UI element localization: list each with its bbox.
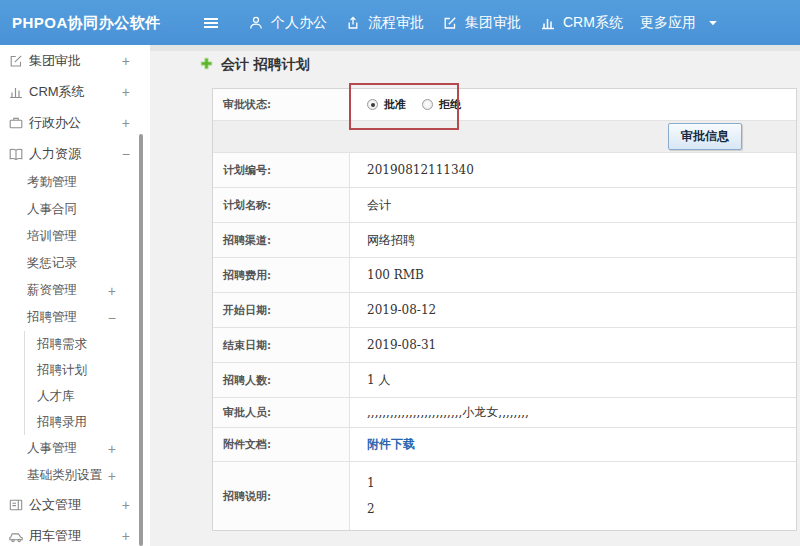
sidebar-item-label: 基础类别设置 bbox=[27, 467, 102, 484]
edit-square-icon bbox=[8, 53, 24, 69]
radio-reject[interactable] bbox=[422, 99, 433, 110]
radio-approve-label: 批准 bbox=[384, 97, 406, 112]
sidebar-item-admin-office[interactable]: 行政办公 + bbox=[0, 107, 150, 138]
expand-icon[interactable]: + bbox=[122, 529, 130, 543]
nav-crm-system[interactable]: CRM系统 bbox=[540, 0, 623, 45]
briefcase-icon bbox=[8, 115, 24, 131]
app-title: PHPOA协同办公软件 bbox=[12, 0, 161, 45]
sidebar-item-label: 用车管理 bbox=[29, 527, 81, 545]
sidebar-item-label: 人才库 bbox=[37, 388, 75, 405]
edit-square-icon bbox=[442, 15, 458, 31]
field-label: 招聘费用: bbox=[213, 258, 350, 292]
table-row: 招聘说明: 1 2 bbox=[213, 462, 796, 530]
main-content: 会计 招聘计划 审批状态: 批准 拒绝 审批信息 计划编号: 201908121… bbox=[150, 45, 800, 546]
table-row: 计划编号: 20190812111340 bbox=[213, 153, 796, 188]
collapse-icon[interactable]: − bbox=[122, 147, 130, 161]
nav-label: 个人办公 bbox=[271, 14, 327, 32]
nav-label: 更多应用 bbox=[640, 14, 696, 32]
collapse-icon[interactable]: − bbox=[108, 311, 116, 325]
car-icon bbox=[8, 528, 24, 544]
sidebar-item-label: 招聘计划 bbox=[37, 362, 87, 379]
sidebar-item-vehicle-mgmt[interactable]: 用车管理 + bbox=[0, 520, 150, 546]
recruit-plan-form: 审批状态: 批准 拒绝 审批信息 计划编号: 20190812111340 计划… bbox=[212, 88, 797, 531]
expand-icon[interactable]: + bbox=[122, 498, 130, 512]
field-value: 2019-08-12 bbox=[350, 293, 796, 327]
field-value: 1 人 bbox=[350, 363, 796, 397]
nav-group-approval[interactable]: 集团审批 bbox=[442, 0, 521, 45]
sidebar-item-document-mgmt[interactable]: 公文管理 + bbox=[0, 489, 150, 520]
nav-more-apps[interactable]: 更多应用 bbox=[640, 0, 696, 45]
status-value-cell: 批准 拒绝 bbox=[350, 89, 796, 120]
sidebar-item-label: 招聘管理 bbox=[27, 309, 77, 326]
expand-icon[interactable]: + bbox=[122, 85, 130, 99]
caret-down-icon bbox=[708, 18, 718, 28]
table-row: 审批人员: ,,,,,,,,,,,,,,,,,,,,,,,,,小龙女,,,,,,… bbox=[213, 398, 796, 428]
page-header: 会计 招聘计划 bbox=[200, 56, 310, 74]
bar-chart-icon bbox=[8, 84, 24, 100]
field-value: 附件下载 bbox=[350, 428, 796, 461]
nav-label: 集团审批 bbox=[465, 14, 521, 32]
sidebar-item-crm[interactable]: CRM系统 + bbox=[0, 76, 150, 107]
sidebar-item-training[interactable]: 培训管理 bbox=[0, 223, 150, 250]
nav-personal-office[interactable]: 个人办公 bbox=[248, 0, 327, 45]
nav-more-apps-caret[interactable] bbox=[708, 0, 718, 45]
page-title: 会计 招聘计划 bbox=[221, 56, 310, 74]
field-label: 审批状态: bbox=[213, 89, 350, 120]
expand-icon[interactable]: + bbox=[108, 442, 116, 456]
sidebar: 集团审批 + CRM系统 + 行政办公 + 人力资源 − 考勤管理 人事合同 培… bbox=[0, 45, 150, 546]
table-row: 结束日期: 2019-08-31 bbox=[213, 328, 796, 363]
nav-label: 流程审批 bbox=[368, 14, 424, 32]
description-line: 1 bbox=[367, 470, 375, 496]
sidebar-item-label: 人事合同 bbox=[27, 201, 77, 218]
sidebar-item-hr-contract[interactable]: 人事合同 bbox=[0, 196, 150, 223]
add-icon bbox=[200, 56, 213, 74]
sidebar-item-group-approval[interactable]: 集团审批 + bbox=[0, 45, 150, 76]
expand-icon[interactable]: + bbox=[122, 54, 130, 68]
attachment-download-link[interactable]: 附件下载 bbox=[367, 436, 415, 453]
process-approval-icon bbox=[345, 15, 361, 31]
table-row: 附件文档: 附件下载 bbox=[213, 428, 796, 462]
menu-toggle-button[interactable] bbox=[202, 0, 220, 45]
sidebar-item-label: 公文管理 bbox=[29, 496, 81, 514]
sidebar-item-recruit-demand[interactable]: 招聘需求 bbox=[24, 331, 150, 357]
expand-icon[interactable]: + bbox=[108, 284, 116, 298]
sidebar-item-attendance[interactable]: 考勤管理 bbox=[0, 169, 150, 196]
sidebar-item-recruit-mgmt[interactable]: 招聘管理 − bbox=[0, 304, 150, 331]
description-line: 2 bbox=[367, 496, 375, 522]
nav-process-approval[interactable]: 流程审批 bbox=[345, 0, 424, 45]
top-navbar: PHPOA协同办公软件 个人办公 流程审批 集团审批 CRM系统 更多应用 bbox=[0, 0, 800, 45]
field-value: 网络招聘 bbox=[350, 223, 796, 257]
sidebar-scrollbar[interactable] bbox=[139, 134, 143, 546]
sidebar-item-base-category[interactable]: 基础类别设置 + bbox=[0, 462, 150, 489]
sidebar-item-talent-pool[interactable]: 人才库 bbox=[24, 383, 150, 409]
sidebar-item-recruit-hire[interactable]: 招聘录用 bbox=[24, 409, 150, 435]
field-value: 2019-08-31 bbox=[350, 328, 796, 362]
field-label: 招聘说明: bbox=[213, 462, 350, 530]
sidebar-item-label: CRM系统 bbox=[29, 83, 85, 101]
radio-approve[interactable] bbox=[367, 99, 378, 110]
expand-icon[interactable]: + bbox=[108, 469, 116, 483]
table-row: 招聘费用: 100 RMB bbox=[213, 258, 796, 293]
field-value: 20190812111340 bbox=[350, 153, 796, 187]
approval-info-button[interactable]: 审批信息 bbox=[668, 123, 742, 150]
sidebar-item-label: 集团审批 bbox=[29, 52, 81, 70]
sidebar-item-label: 招聘需求 bbox=[37, 336, 87, 353]
sidebar-item-salary[interactable]: 薪资管理 + bbox=[0, 277, 150, 304]
table-row: 招聘人数: 1 人 bbox=[213, 363, 796, 398]
sidebar-item-recruit-plan[interactable]: 招聘计划 bbox=[24, 357, 150, 383]
sidebar-item-label: 招聘录用 bbox=[37, 414, 87, 431]
table-row: 开始日期: 2019-08-12 bbox=[213, 293, 796, 328]
status-row: 审批状态: 批准 拒绝 bbox=[213, 89, 796, 121]
sidebar-item-rewards-penalties[interactable]: 奖惩记录 bbox=[0, 250, 150, 277]
sidebar-item-label: 人事管理 bbox=[27, 440, 77, 457]
expand-icon[interactable]: + bbox=[122, 116, 130, 130]
sidebar-item-label: 奖惩记录 bbox=[27, 255, 77, 272]
field-label: 开始日期: bbox=[213, 293, 350, 327]
sidebar-item-personnel-mgmt[interactable]: 人事管理 + bbox=[0, 435, 150, 462]
field-label: 审批人员: bbox=[213, 398, 350, 427]
field-label: 计划名称: bbox=[213, 188, 350, 222]
sidebar-item-hr[interactable]: 人力资源 − bbox=[0, 138, 150, 169]
field-label: 招聘人数: bbox=[213, 363, 350, 397]
table-row: 招聘渠道: 网络招聘 bbox=[213, 223, 796, 258]
field-value: 100 RMB bbox=[350, 258, 796, 292]
